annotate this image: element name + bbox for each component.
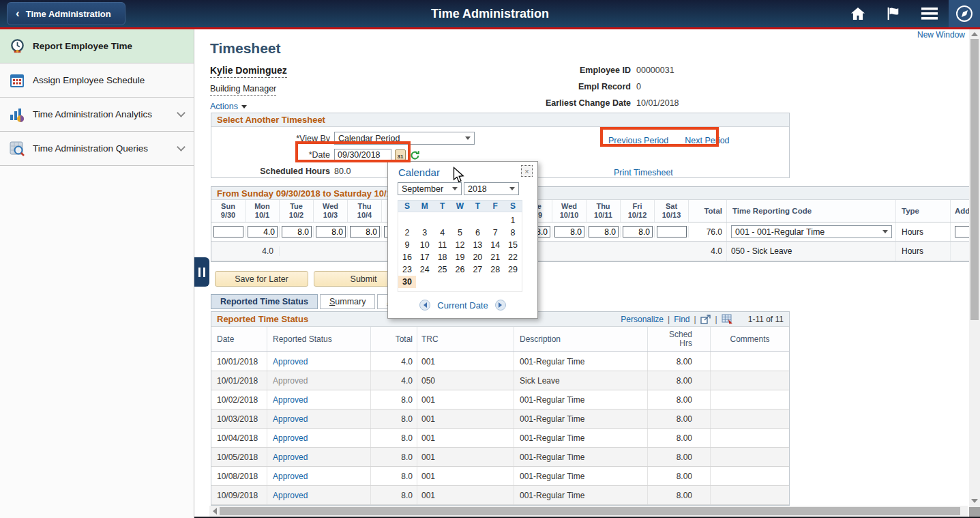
trc-select[interactable]: 001 - 001-Regular Time — [731, 225, 892, 238]
sidebar-item-time-administration-queries[interactable]: Time Administration Queries — [0, 132, 194, 166]
hours-input[interactable] — [248, 226, 278, 238]
sidebar-item-assign-employee-schedule[interactable]: Assign Employee Schedule — [0, 63, 194, 98]
print-timesheet-link[interactable]: Print Timesheet — [614, 168, 673, 177]
date-input[interactable] — [334, 149, 391, 161]
calendar-day[interactable] — [486, 276, 504, 288]
scroll-left-icon[interactable] — [213, 508, 217, 515]
calendar-day[interactable]: 23 — [398, 263, 416, 276]
horizontal-scrollbar[interactable] — [209, 506, 968, 517]
calendar-day[interactable]: 10 — [416, 239, 434, 251]
approved-link[interactable]: Approved — [273, 491, 308, 500]
calendar-day[interactable]: 28 — [486, 263, 504, 276]
scroll-up-icon[interactable] — [971, 32, 978, 36]
refresh-icon[interactable] — [410, 150, 420, 160]
horizontal-scroll-thumb[interactable] — [220, 507, 960, 515]
vertical-scroll-thumb[interactable] — [970, 39, 979, 320]
hours-input[interactable] — [350, 226, 380, 238]
calendar-day[interactable]: 24 — [416, 263, 434, 276]
hours-input[interactable] — [623, 226, 653, 238]
calendar-day[interactable]: 6 — [469, 227, 486, 239]
date-picker-calendar-icon[interactable]: 31 — [395, 149, 406, 160]
tab[interactable]: Reported Time Status — [211, 294, 318, 309]
calendar-day[interactable]: 7 — [486, 227, 504, 239]
month-select[interactable]: September — [398, 182, 462, 195]
calendar-day[interactable] — [486, 214, 504, 227]
calendar-day[interactable]: 21 — [486, 251, 504, 263]
calendar-day[interactable] — [398, 214, 416, 227]
scroll-down-icon[interactable] — [971, 499, 978, 503]
approved-link[interactable]: Approved — [273, 395, 308, 405]
sidebar-collapse-handle[interactable] — [194, 257, 209, 287]
new-window-link[interactable]: New Window — [917, 30, 965, 40]
current-date-link[interactable]: Current Date — [437, 300, 488, 311]
home-icon[interactable] — [850, 7, 865, 20]
calendar-day[interactable]: 20 — [469, 251, 486, 263]
calendar-day[interactable]: 8 — [504, 227, 522, 239]
calendar-day[interactable]: 14 — [486, 239, 504, 251]
calendar-day[interactable]: 3 — [416, 227, 434, 239]
calendar-day[interactable]: 15 — [504, 239, 522, 251]
close-icon[interactable]: × — [521, 165, 533, 177]
approved-link[interactable]: Approved — [273, 452, 308, 462]
previous-period-link[interactable]: Previous Period — [608, 136, 668, 145]
hours-input[interactable] — [282, 226, 312, 238]
hours-input[interactable] — [589, 226, 619, 238]
hours-input[interactable] — [213, 226, 243, 238]
approved-link[interactable]: Approved — [273, 376, 308, 386]
navbar-compass-icon[interactable] — [949, 0, 980, 27]
next-period-link[interactable]: Next Period — [685, 136, 729, 145]
approved-link[interactable]: Approved — [273, 357, 308, 366]
calendar-day[interactable] — [416, 276, 434, 288]
calendar-day[interactable]: 22 — [504, 251, 522, 263]
view-by-select[interactable]: Calendar Period — [334, 132, 475, 145]
sidebar-item-time-administration-analytics[interactable]: Time Administration Analytics — [0, 98, 194, 132]
tab[interactable]: Summary — [320, 294, 376, 309]
calendar-day[interactable] — [469, 276, 486, 288]
calendar-day[interactable]: 13 — [469, 239, 486, 251]
calendar-day[interactable]: 18 — [434, 251, 451, 263]
previous-month-icon[interactable] — [419, 300, 430, 311]
calendar-day[interactable]: 26 — [451, 263, 469, 276]
year-select[interactable]: 2018 — [464, 182, 519, 195]
hours-input[interactable] — [316, 226, 346, 238]
approved-link[interactable]: Approved — [273, 433, 308, 443]
calendar-day[interactable]: 25 — [434, 263, 451, 276]
calendar-day[interactable]: 16 — [398, 251, 416, 263]
calendar-day[interactable] — [434, 276, 451, 288]
view-all-icon[interactable] — [700, 315, 711, 324]
calendar-day[interactable] — [416, 214, 434, 227]
calendar-day[interactable]: 1 — [504, 214, 522, 227]
menu-icon[interactable] — [921, 8, 938, 20]
sidebar-item-report-employee-time[interactable]: Report Employee Time — [0, 29, 194, 63]
calendar-day[interactable] — [504, 276, 522, 288]
approved-link[interactable]: Approved — [273, 472, 308, 481]
hours-input[interactable] — [554, 226, 584, 238]
calendar-day[interactable]: 17 — [416, 251, 434, 263]
employee-title-link[interactable]: Building Manager — [210, 84, 276, 96]
save-for-later-button[interactable]: Save for Later — [215, 271, 308, 287]
calendar-day[interactable]: 12 — [451, 239, 469, 251]
calendar-day[interactable]: 9 — [398, 239, 416, 251]
next-month-icon[interactable] — [495, 300, 506, 311]
calendar-day[interactable]: 29 — [504, 263, 522, 276]
vertical-scrollbar[interactable] — [969, 29, 980, 518]
personalize-link[interactable]: Personalize — [621, 315, 664, 324]
calendar-day[interactable]: 19 — [451, 251, 469, 263]
calendar-day[interactable] — [451, 214, 469, 227]
flag-icon[interactable] — [886, 7, 901, 20]
download-to-excel-icon[interactable] — [722, 314, 733, 324]
calendar-day[interactable]: 2 — [398, 227, 416, 239]
calendar-day[interactable]: 30 — [398, 276, 416, 288]
calendar-day[interactable]: 4 — [434, 227, 451, 239]
actions-menu[interactable]: Actions — [210, 102, 247, 111]
hours-input[interactable] — [657, 226, 687, 238]
calendar-day[interactable]: 11 — [434, 239, 451, 251]
calendar-day[interactable]: 5 — [451, 227, 469, 239]
find-link[interactable]: Find — [674, 315, 689, 324]
approved-link[interactable]: Approved — [273, 414, 308, 424]
calendar-day[interactable] — [451, 276, 469, 288]
calendar-day[interactable] — [469, 214, 486, 227]
add-row-input[interactable] — [955, 226, 969, 238]
employee-name-link[interactable]: Kylie Dominguez — [210, 65, 287, 78]
calendar-day[interactable] — [434, 214, 451, 227]
